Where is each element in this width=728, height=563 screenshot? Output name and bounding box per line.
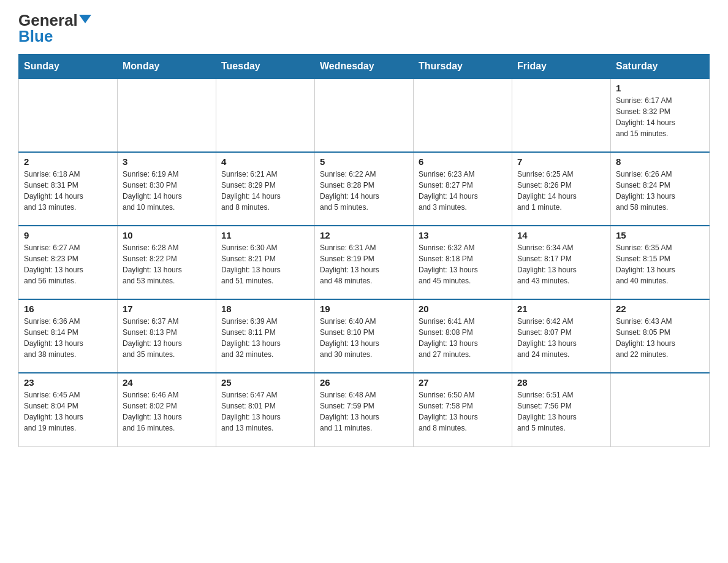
day-number: 11 bbox=[221, 230, 309, 240]
day-info: Sunrise: 6:47 AM Sunset: 8:01 PM Dayligh… bbox=[221, 389, 309, 434]
day-info: Sunrise: 6:35 AM Sunset: 8:15 PM Dayligh… bbox=[616, 242, 704, 286]
weekday-header-friday: Friday bbox=[512, 55, 611, 79]
calendar-cell: 17Sunrise: 6:37 AM Sunset: 8:13 PM Dayli… bbox=[118, 299, 216, 373]
day-number: 8 bbox=[616, 156, 704, 167]
calendar-cell: 5Sunrise: 6:22 AM Sunset: 8:28 PM Daylig… bbox=[315, 152, 414, 226]
day-number: 26 bbox=[320, 377, 408, 388]
day-number: 23 bbox=[24, 377, 112, 388]
day-number: 4 bbox=[221, 156, 309, 167]
day-info: Sunrise: 6:26 AM Sunset: 8:24 PM Dayligh… bbox=[616, 169, 704, 213]
weekday-header-wednesday: Wednesday bbox=[315, 55, 414, 79]
calendar-cell bbox=[512, 79, 611, 152]
day-info: Sunrise: 6:18 AM Sunset: 8:31 PM Dayligh… bbox=[24, 169, 112, 213]
day-info: Sunrise: 6:34 AM Sunset: 8:17 PM Dayligh… bbox=[517, 242, 605, 286]
calendar-week-row: 16Sunrise: 6:36 AM Sunset: 8:14 PM Dayli… bbox=[19, 299, 710, 373]
day-info: Sunrise: 6:17 AM Sunset: 8:32 PM Dayligh… bbox=[616, 95, 704, 139]
day-number: 10 bbox=[123, 230, 211, 240]
calendar-cell: 18Sunrise: 6:39 AM Sunset: 8:11 PM Dayli… bbox=[216, 299, 315, 373]
calendar-cell: 3Sunrise: 6:19 AM Sunset: 8:30 PM Daylig… bbox=[118, 152, 216, 226]
calendar-cell: 28Sunrise: 6:51 AM Sunset: 7:56 PM Dayli… bbox=[512, 373, 611, 446]
calendar-cell: 27Sunrise: 6:50 AM Sunset: 7:58 PM Dayli… bbox=[414, 373, 512, 446]
day-info: Sunrise: 6:39 AM Sunset: 8:11 PM Dayligh… bbox=[221, 316, 309, 360]
day-number: 2 bbox=[24, 156, 112, 167]
calendar-cell: 15Sunrise: 6:35 AM Sunset: 8:15 PM Dayli… bbox=[611, 226, 710, 299]
calendar-cell: 22Sunrise: 6:43 AM Sunset: 8:05 PM Dayli… bbox=[611, 299, 710, 373]
calendar-cell: 16Sunrise: 6:36 AM Sunset: 8:14 PM Dayli… bbox=[19, 299, 118, 373]
day-info: Sunrise: 6:40 AM Sunset: 8:10 PM Dayligh… bbox=[320, 316, 408, 360]
weekday-header-saturday: Saturday bbox=[611, 55, 710, 79]
day-number: 22 bbox=[616, 304, 704, 314]
logo: General Blue bbox=[18, 12, 91, 44]
calendar-cell: 7Sunrise: 6:25 AM Sunset: 8:26 PM Daylig… bbox=[512, 152, 611, 226]
weekday-header-row: SundayMondayTuesdayWednesdayThursdayFrid… bbox=[19, 55, 710, 79]
day-info: Sunrise: 6:42 AM Sunset: 8:07 PM Dayligh… bbox=[517, 316, 605, 360]
weekday-header-sunday: Sunday bbox=[19, 55, 118, 79]
calendar-cell: 1Sunrise: 6:17 AM Sunset: 8:32 PM Daylig… bbox=[611, 79, 710, 152]
calendar-week-row: 9Sunrise: 6:27 AM Sunset: 8:23 PM Daylig… bbox=[19, 226, 710, 299]
calendar-cell: 21Sunrise: 6:42 AM Sunset: 8:07 PM Dayli… bbox=[512, 299, 611, 373]
calendar-cell: 8Sunrise: 6:26 AM Sunset: 8:24 PM Daylig… bbox=[611, 152, 710, 226]
day-number: 24 bbox=[123, 377, 211, 388]
calendar-cell: 20Sunrise: 6:41 AM Sunset: 8:08 PM Dayli… bbox=[414, 299, 512, 373]
day-info: Sunrise: 6:45 AM Sunset: 8:04 PM Dayligh… bbox=[24, 389, 112, 434]
calendar-cell: 14Sunrise: 6:34 AM Sunset: 8:17 PM Dayli… bbox=[512, 226, 611, 299]
calendar-cell: 13Sunrise: 6:32 AM Sunset: 8:18 PM Dayli… bbox=[414, 226, 512, 299]
calendar-week-row: 23Sunrise: 6:45 AM Sunset: 8:04 PM Dayli… bbox=[19, 373, 710, 446]
day-number: 7 bbox=[517, 156, 605, 167]
day-info: Sunrise: 6:43 AM Sunset: 8:05 PM Dayligh… bbox=[616, 316, 704, 360]
day-number: 12 bbox=[320, 230, 408, 240]
day-number: 13 bbox=[419, 230, 507, 240]
calendar-table: SundayMondayTuesdayWednesdayThursdayFrid… bbox=[18, 54, 710, 447]
calendar-cell bbox=[216, 79, 315, 152]
day-info: Sunrise: 6:21 AM Sunset: 8:29 PM Dayligh… bbox=[221, 169, 309, 213]
day-info: Sunrise: 6:41 AM Sunset: 8:08 PM Dayligh… bbox=[419, 316, 507, 360]
day-info: Sunrise: 6:28 AM Sunset: 8:22 PM Dayligh… bbox=[123, 242, 211, 286]
day-info: Sunrise: 6:37 AM Sunset: 8:13 PM Dayligh… bbox=[123, 316, 211, 360]
day-number: 1 bbox=[616, 83, 704, 93]
day-number: 14 bbox=[517, 230, 605, 240]
calendar-cell: 26Sunrise: 6:48 AM Sunset: 7:59 PM Dayli… bbox=[315, 373, 414, 446]
day-number: 19 bbox=[320, 304, 408, 314]
day-number: 6 bbox=[419, 156, 507, 167]
calendar-cell bbox=[611, 373, 710, 446]
calendar-cell bbox=[118, 79, 216, 152]
day-info: Sunrise: 6:46 AM Sunset: 8:02 PM Dayligh… bbox=[123, 389, 211, 434]
calendar-cell: 11Sunrise: 6:30 AM Sunset: 8:21 PM Dayli… bbox=[216, 226, 315, 299]
day-number: 16 bbox=[24, 304, 112, 314]
day-info: Sunrise: 6:22 AM Sunset: 8:28 PM Dayligh… bbox=[320, 169, 408, 213]
calendar-week-row: 2Sunrise: 6:18 AM Sunset: 8:31 PM Daylig… bbox=[19, 152, 710, 226]
day-info: Sunrise: 6:19 AM Sunset: 8:30 PM Dayligh… bbox=[123, 169, 211, 213]
weekday-header-tuesday: Tuesday bbox=[216, 55, 315, 79]
calendar-cell: 10Sunrise: 6:28 AM Sunset: 8:22 PM Dayli… bbox=[118, 226, 216, 299]
weekday-header-thursday: Thursday bbox=[414, 55, 512, 79]
calendar-cell bbox=[315, 79, 414, 152]
calendar-cell: 12Sunrise: 6:31 AM Sunset: 8:19 PM Dayli… bbox=[315, 226, 414, 299]
page-header: General Blue bbox=[18, 12, 710, 44]
calendar-week-row: 1Sunrise: 6:17 AM Sunset: 8:32 PM Daylig… bbox=[19, 79, 710, 152]
day-number: 9 bbox=[24, 230, 112, 240]
day-info: Sunrise: 6:32 AM Sunset: 8:18 PM Dayligh… bbox=[419, 242, 507, 286]
day-info: Sunrise: 6:30 AM Sunset: 8:21 PM Dayligh… bbox=[221, 242, 309, 286]
calendar-cell: 4Sunrise: 6:21 AM Sunset: 8:29 PM Daylig… bbox=[216, 152, 315, 226]
day-info: Sunrise: 6:31 AM Sunset: 8:19 PM Dayligh… bbox=[320, 242, 408, 286]
day-info: Sunrise: 6:23 AM Sunset: 8:27 PM Dayligh… bbox=[419, 169, 507, 213]
day-number: 20 bbox=[419, 304, 507, 314]
calendar-cell: 9Sunrise: 6:27 AM Sunset: 8:23 PM Daylig… bbox=[19, 226, 118, 299]
day-info: Sunrise: 6:48 AM Sunset: 7:59 PM Dayligh… bbox=[320, 389, 408, 434]
day-number: 28 bbox=[517, 377, 605, 388]
calendar-cell: 23Sunrise: 6:45 AM Sunset: 8:04 PM Dayli… bbox=[19, 373, 118, 446]
day-number: 3 bbox=[123, 156, 211, 167]
day-number: 25 bbox=[221, 377, 309, 388]
day-number: 5 bbox=[320, 156, 408, 167]
day-number: 18 bbox=[221, 304, 309, 314]
calendar-cell: 24Sunrise: 6:46 AM Sunset: 8:02 PM Dayli… bbox=[118, 373, 216, 446]
day-info: Sunrise: 6:50 AM Sunset: 7:58 PM Dayligh… bbox=[419, 389, 507, 434]
weekday-header-monday: Monday bbox=[118, 55, 216, 79]
day-info: Sunrise: 6:36 AM Sunset: 8:14 PM Dayligh… bbox=[24, 316, 112, 360]
logo-triangle-icon bbox=[79, 15, 91, 23]
logo-general: General bbox=[18, 12, 91, 28]
calendar-cell: 19Sunrise: 6:40 AM Sunset: 8:10 PM Dayli… bbox=[315, 299, 414, 373]
day-info: Sunrise: 6:51 AM Sunset: 7:56 PM Dayligh… bbox=[517, 389, 605, 434]
day-number: 15 bbox=[616, 230, 704, 240]
day-number: 21 bbox=[517, 304, 605, 314]
